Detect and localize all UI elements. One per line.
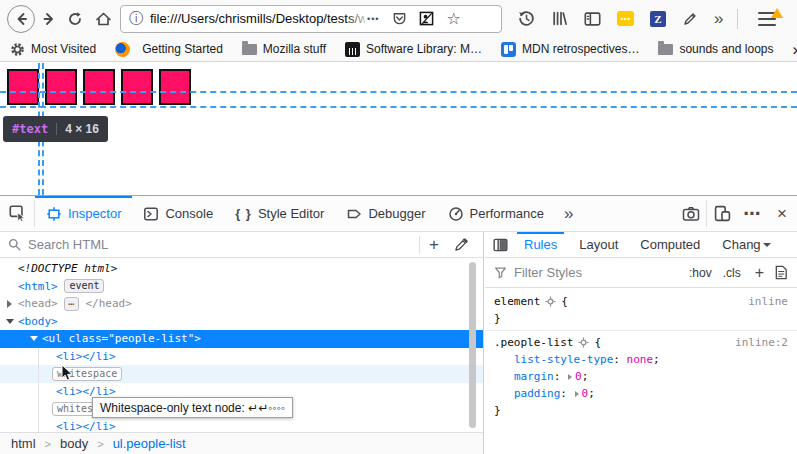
back-icon [13, 11, 29, 27]
close-devtools-icon[interactable]: × [767, 196, 797, 231]
page-actions-icon[interactable]: ••• [367, 14, 379, 24]
expander-icon[interactable] [6, 319, 14, 324]
tab-label: Rules [524, 237, 557, 252]
extension-dots-icon[interactable]: ••• [617, 11, 634, 26]
add-rule-button[interactable]: + [755, 264, 764, 282]
list-item-box [83, 69, 115, 105]
pocket-icon[interactable] [392, 11, 407, 26]
devtools-options-icon[interactable]: ⋯ [737, 196, 767, 231]
infobar-separator [56, 123, 57, 135]
tab-label: Console [165, 206, 213, 221]
trello-icon [501, 42, 516, 57]
sidebar-toggle-icon[interactable] [584, 11, 601, 27]
expander-icon[interactable] [30, 336, 38, 341]
edit-pencil-icon[interactable] [682, 11, 698, 27]
toolbar-overflow-icon[interactable]: » [714, 10, 723, 27]
tab-rules[interactable]: Rules [513, 232, 568, 257]
site-info-icon[interactable]: ⓘ [129, 10, 143, 28]
whitespace-tooltip: Whitespace-only text node: ↵↵◦◦◦◦ [92, 397, 293, 418]
markup-row-body[interactable]: <body> [0, 313, 483, 331]
tab-console[interactable]: Console [132, 196, 224, 231]
markup-row-doctype[interactable]: <!DOCTYPE html> [0, 260, 483, 278]
library-building-icon [345, 42, 360, 57]
tab-debugger[interactable]: Debugger [335, 196, 436, 231]
forward-button[interactable] [41, 11, 57, 27]
bookmarks-overflow-icon[interactable]: » [792, 41, 797, 58]
add-node-button[interactable]: + [420, 235, 448, 255]
scrollbar-thumb[interactable] [469, 262, 476, 428]
responsive-design-button[interactable] [707, 196, 737, 231]
ul-tag: <ul class="people-list"> [42, 332, 201, 345]
rule-selector-line[interactable]: .people-list { inline:2 [485, 334, 797, 351]
property-name: list-style-type [514, 351, 613, 368]
reload-button[interactable] [67, 11, 83, 27]
class-toggle[interactable]: .cls [723, 266, 741, 280]
event-badge[interactable]: event [64, 279, 104, 293]
history-icon[interactable] [518, 10, 535, 27]
filter-styles-input[interactable]: Filter Styles [514, 265, 678, 280]
highlighter-node-name: #text [12, 122, 48, 136]
folder-icon [658, 44, 673, 55]
search-input[interactable]: Search HTML [28, 237, 419, 252]
expand-value-icon[interactable] [575, 391, 579, 397]
declaration[interactable]: padding: 0; [485, 385, 797, 402]
highlight-selector-icon[interactable] [578, 337, 589, 348]
url-text[interactable]: file:///Users/chrismills/Desktop/tests/w [150, 11, 365, 26]
collapsed-content-badge[interactable]: ⋯ [64, 297, 78, 311]
markup-row-html[interactable]: <html> event [0, 278, 483, 296]
library-icon[interactable] [551, 10, 568, 27]
bookmark-sounds-and-loops[interactable]: sounds and loops [658, 42, 773, 56]
breadcrumb: html > body > ul.people-list [0, 432, 483, 454]
tab-layout[interactable]: Layout [568, 232, 629, 257]
home-button[interactable] [95, 11, 112, 27]
markup-row-li[interactable]: <li></li> [0, 418, 483, 433]
folder-icon [242, 44, 257, 55]
eyedropper-icon[interactable] [454, 237, 469, 252]
rule-source-link[interactable]: inline [748, 293, 788, 310]
tab-label: Computed [640, 237, 700, 252]
bookmark-most-visited[interactable]: Most Visited [10, 42, 96, 57]
inspector-icon [46, 206, 62, 222]
tab-performance[interactable]: Performance [437, 196, 555, 231]
bookmark-software-library[interactable]: Software Library: M… [345, 42, 482, 57]
breadcrumb-item-html[interactable]: html [11, 436, 36, 451]
bookmark-getting-started[interactable]: Getting Started [115, 42, 223, 57]
tab-label: Inspector [68, 206, 121, 221]
rule-selector-line[interactable]: element { inline [485, 293, 797, 310]
bookmark-mdn-retrospectives[interactable]: MDN retrospectives… [501, 42, 639, 57]
declaration[interactable]: list-style-type: none; [485, 351, 797, 368]
markup-row-li[interactable]: <li></li> [0, 348, 483, 366]
tab-computed[interactable]: Computed [629, 232, 711, 257]
property-value: 0 [582, 385, 589, 402]
url-bar[interactable]: ⓘ file:///Users/chrismills/Desktop/tests… [120, 5, 502, 33]
menu-button[interactable] [752, 12, 782, 26]
expander-icon[interactable] [7, 300, 12, 308]
breadcrumb-item-ul[interactable]: ul.people-list [113, 436, 186, 451]
tab-style-editor[interactable]: { } Style Editor [224, 196, 335, 231]
search-row: Search HTML + [0, 232, 483, 258]
tab-inspector[interactable]: Inspector [35, 196, 132, 231]
breadcrumb-item-body[interactable]: body [60, 436, 88, 451]
new-stylesheet-icon[interactable] [774, 265, 788, 280]
rule-source-link[interactable]: inline:2 [735, 334, 788, 351]
markup-row-head[interactable]: <head> ⋯ </head> [0, 295, 483, 313]
highlight-selector-icon[interactable] [545, 296, 556, 307]
tabs-overflow-icon[interactable]: » [555, 196, 582, 231]
screenshot-button[interactable] [676, 196, 706, 231]
pseudo-class-toggle[interactable]: :hov [689, 266, 712, 280]
property-name: padding [514, 385, 560, 402]
zotero-extension-icon[interactable]: Z [650, 11, 666, 27]
li-tag: <li></li> [56, 420, 116, 432]
bookmark-star-icon[interactable]: ☆ [446, 11, 460, 27]
pick-element-button[interactable] [0, 196, 34, 231]
extension-icon[interactable] [419, 11, 434, 26]
li-tag: <li></li> [56, 350, 116, 363]
markup-row-ul-selected[interactable]: <ul class="people-list"> [0, 330, 483, 348]
declaration[interactable]: margin: 0; [485, 368, 797, 385]
back-button[interactable] [7, 5, 35, 33]
expand-sidebar-icon[interactable] [493, 238, 508, 252]
bookmark-mozilla-stuff[interactable]: Mozilla stuff [242, 42, 326, 56]
chevron-down-icon [763, 243, 771, 247]
tab-changes[interactable]: Chang [711, 232, 774, 257]
expand-value-icon[interactable] [568, 374, 572, 380]
